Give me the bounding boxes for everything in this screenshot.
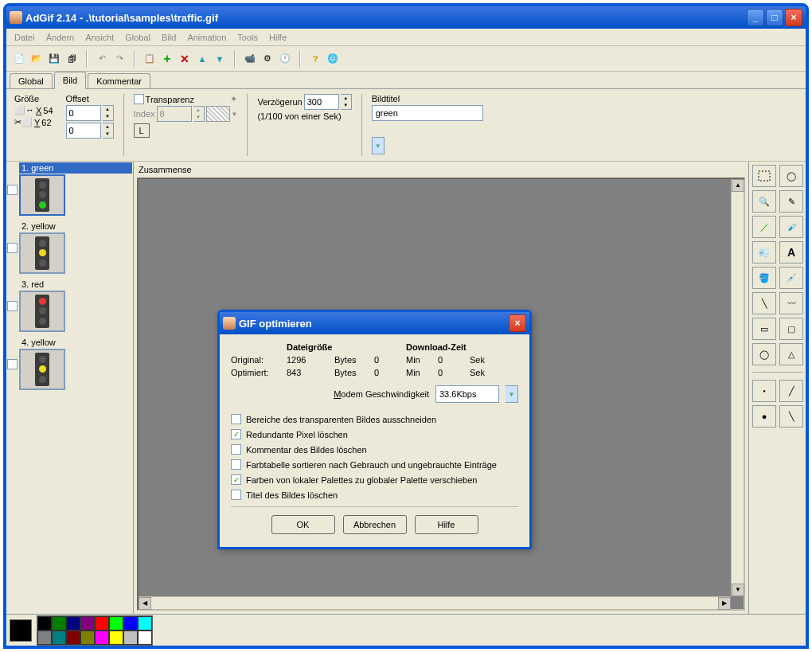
color-swatch[interactable] (138, 616, 152, 631)
save-all-icon[interactable]: 🗐 (64, 51, 80, 67)
open-icon[interactable]: 📂 (29, 51, 45, 67)
select-free-tool[interactable]: ◯ (779, 165, 803, 187)
maximize-button[interactable]: □ (766, 9, 783, 26)
frame-item[interactable]: 4. yellow (6, 336, 133, 394)
help-icon[interactable]: ? (307, 51, 323, 67)
eyedropper-tool[interactable]: 💉 (779, 267, 803, 289)
delete-icon[interactable]: ✕ (177, 51, 193, 67)
color-swatch[interactable] (80, 616, 95, 631)
color-swatch[interactable] (80, 631, 95, 645)
frame-item[interactable]: 1. green (6, 162, 133, 220)
dialog-close-button[interactable]: × (509, 314, 526, 332)
tab-bild[interactable]: Bild (54, 72, 86, 89)
frame-checkbox[interactable] (7, 185, 18, 195)
pattern-swatch[interactable] (206, 106, 230, 122)
rounded-rect-tool[interactable]: ▢ (779, 318, 803, 340)
frame-item[interactable]: 2. yellow (6, 220, 133, 278)
menu-aendern[interactable]: Ändern (41, 31, 79, 44)
frame-thumbnail[interactable] (19, 174, 65, 216)
frame-thumbnail[interactable] (19, 349, 65, 390)
move-down-icon[interactable]: ▼ (212, 51, 228, 67)
move-up-icon[interactable]: ▲ (194, 51, 210, 67)
frame-label[interactable]: 3. red (19, 279, 132, 290)
zoom-tool[interactable]: 🔍 (752, 190, 776, 213)
frame-item[interactable]: 3. red (6, 278, 133, 336)
dot-small-tool[interactable]: ● (752, 380, 776, 402)
color-swatch[interactable] (37, 631, 52, 645)
close-button[interactable]: × (785, 9, 802, 26)
color-swatch[interactable] (66, 631, 80, 645)
dot-slash-tool[interactable]: ╱ (779, 380, 803, 402)
offset-y-input[interactable]: 0 (66, 123, 101, 139)
option-checkbox[interactable] (231, 459, 241, 470)
minimize-button[interactable]: _ (747, 9, 764, 26)
horizontal-scrollbar[interactable]: ◀ ▶ (139, 596, 731, 609)
undo-icon[interactable]: ↶ (94, 51, 110, 67)
vertical-scrollbar[interactable]: ▲ ▼ (731, 179, 744, 596)
offset-x-input[interactable]: 0 (66, 105, 101, 121)
option-checkbox[interactable]: ✓ (231, 474, 241, 485)
color-swatch[interactable] (123, 616, 138, 631)
crop-icon[interactable]: ✂⬜ (14, 117, 33, 127)
dot-large-tool[interactable]: ● (752, 405, 776, 428)
curve-tool[interactable]: 〰 (779, 292, 803, 314)
title-input[interactable]: green (372, 105, 483, 121)
select-rect-tool[interactable] (752, 165, 776, 187)
ellipse-tool[interactable]: ◯ (752, 343, 776, 365)
color-swatch[interactable] (37, 616, 52, 631)
color-swatch[interactable] (52, 631, 66, 645)
modem-speed-select[interactable]: 33.6Kbps (435, 385, 499, 403)
option-checkbox[interactable]: ✓ (231, 429, 241, 439)
insert-icon[interactable]: 📋 (142, 51, 158, 67)
frame-checkbox[interactable] (7, 359, 18, 369)
bucket-tool[interactable]: 🪣 (752, 267, 776, 289)
color-swatch[interactable] (109, 616, 123, 631)
frame-label[interactable]: 2. yellow (19, 221, 132, 232)
frame-checkbox[interactable] (7, 243, 18, 253)
ok-button[interactable]: OK (271, 515, 335, 534)
menu-hilfe[interactable]: Hilfe (264, 31, 291, 44)
delay-input[interactable]: 300 (304, 94, 339, 110)
pencil-tool[interactable]: ✎ (779, 190, 803, 213)
color-swatch[interactable] (109, 631, 123, 645)
color-swatch[interactable] (66, 616, 80, 631)
menu-datei[interactable]: Datei (10, 31, 40, 44)
modem-dropdown-arrow[interactable]: ▼ (506, 385, 518, 403)
option-checkbox[interactable] (231, 414, 241, 424)
save-icon[interactable]: 💾 (46, 51, 62, 67)
menu-tools[interactable]: Tools (232, 31, 263, 44)
help-button[interactable]: Hilfe (415, 515, 478, 534)
option-checkbox[interactable] (231, 490, 241, 500)
spray-tool[interactable]: 💨 (752, 241, 776, 264)
load-button[interactable]: L (134, 123, 150, 138)
option-checkbox[interactable] (231, 444, 241, 455)
menu-bild[interactable]: Bild (157, 31, 181, 44)
new-icon[interactable]: 📄 (11, 51, 27, 67)
frame-label[interactable]: 1. green (19, 162, 132, 174)
wand-icon[interactable]: ✦ (230, 94, 237, 104)
frame-thumbnail[interactable] (19, 291, 65, 332)
menu-ansicht[interactable]: Ansicht (80, 31, 119, 44)
frame-thumbnail[interactable] (19, 232, 65, 274)
redo-icon[interactable]: ↷ (111, 51, 127, 67)
straight-line-tool[interactable]: ╲ (752, 292, 776, 314)
foreground-swatch[interactable] (10, 619, 32, 642)
color-swatch[interactable] (52, 616, 66, 631)
clock-icon[interactable]: 🕐 (277, 51, 293, 67)
frame-checkbox[interactable] (7, 301, 18, 311)
color-swatch[interactable] (123, 631, 138, 645)
text-tool[interactable]: A (779, 241, 803, 264)
color-swatch[interactable] (95, 616, 109, 631)
color-swatch[interactable] (138, 631, 152, 645)
menu-global[interactable]: Global (120, 31, 155, 44)
polygon-tool[interactable]: △ (779, 343, 803, 365)
tab-kommentar[interactable]: Kommentar (88, 73, 150, 88)
camera-icon[interactable]: 📹 (242, 51, 258, 67)
resize-icon[interactable]: ⬜↔ (14, 105, 34, 115)
dot-backslash-tool[interactable]: ╲ (779, 405, 803, 428)
menu-animation[interactable]: Animation (182, 31, 231, 44)
rect-tool[interactable]: ▭ (752, 318, 776, 340)
web-icon[interactable]: 🌐 (325, 51, 341, 67)
frame-label[interactable]: 4. yellow (19, 337, 132, 348)
line-tool[interactable]: ／ (752, 216, 776, 238)
